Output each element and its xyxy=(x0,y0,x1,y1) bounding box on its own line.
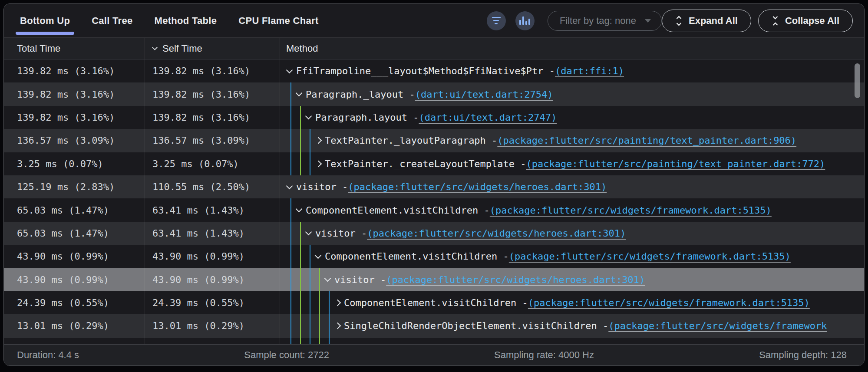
tab-method-table[interactable]: Method Table xyxy=(144,4,228,37)
table-row[interactable]: 125.19 ms (2.83%) 110.55 ms (2.50%) visi… xyxy=(4,175,864,198)
tab-call-tree[interactable]: Call Tree xyxy=(81,4,143,37)
table-row[interactable] xyxy=(4,338,864,344)
indent-guide xyxy=(290,222,297,245)
chevron-down-icon[interactable] xyxy=(325,278,334,281)
cpu-profiler-panel: Bottom Up Call Tree Method Table CPU Fla… xyxy=(3,3,865,366)
indent-guide xyxy=(290,198,297,221)
chevron-right-icon[interactable] xyxy=(316,161,325,166)
chart-button[interactable] xyxy=(515,11,535,30)
indent-guide xyxy=(310,268,316,291)
indent-guide xyxy=(310,291,316,314)
toolbar: Filter by tag: none Expand All Collapse … xyxy=(487,4,864,37)
chevron-down-icon[interactable] xyxy=(297,93,306,95)
filter-by-tag-label: Filter by tag: none xyxy=(560,15,636,26)
method-name: ComponentElement.visitChildren - xyxy=(306,205,490,216)
tab-bar: Bottom Up Call Tree Method Table CPU Fla… xyxy=(4,4,864,38)
method-cell: Paragraph._layout - (dart:ui/text.dart:2… xyxy=(280,82,864,105)
indent-guide xyxy=(310,314,316,337)
indent-guide xyxy=(300,268,306,291)
indent-guide xyxy=(290,291,297,314)
chevron-down-icon[interactable] xyxy=(306,232,315,234)
method-cell: ComponentElement.visitChildren - (packag… xyxy=(280,198,864,221)
source-link[interactable]: (package:flutter/src/painting/text_paint… xyxy=(497,135,796,146)
chevron-down-icon[interactable] xyxy=(316,255,325,258)
method-name: TextPainter._layoutParagraph - xyxy=(325,135,497,146)
indent-guide xyxy=(300,291,306,314)
table-row[interactable]: 139.82 ms (3.16%) 139.82 ms (3.16%) Para… xyxy=(4,106,864,129)
source-link[interactable]: (package:flutter/src/widgets/heroes.dart… xyxy=(386,274,645,285)
chevron-down-icon[interactable] xyxy=(287,186,296,188)
source-link[interactable]: (dart:ffi:1) xyxy=(555,66,624,76)
method-cell: SingleChildRenderObjectElement.visitChil… xyxy=(280,314,864,337)
filter-button[interactable] xyxy=(487,11,506,30)
source-link[interactable]: (package:flutter/src/widgets/heroes.dart… xyxy=(348,181,607,192)
indent-guide xyxy=(290,152,297,175)
indent-guide xyxy=(319,268,325,291)
indent-guide xyxy=(290,106,297,129)
table-row[interactable]: 43.90 ms (0.99%) 43.90 ms (0.99%) visito… xyxy=(4,268,864,291)
method-cell: Paragraph.layout - (dart:ui/text.dart:27… xyxy=(280,106,864,129)
source-link[interactable]: (package:flutter/src/widgets/framework.d… xyxy=(509,251,791,262)
filter-by-tag-dropdown[interactable]: Filter by tag: none xyxy=(548,11,662,31)
total-time-cell: 125.19 ms (2.83%) xyxy=(4,175,145,198)
self-time-cell: 43.90 ms (0.99%) xyxy=(145,268,280,291)
indent-guide xyxy=(310,338,316,344)
total-time-cell: 43.90 ms (0.99%) xyxy=(4,245,145,268)
table-body: 139.82 ms (3.16%) 139.82 ms (3.16%) FfiT… xyxy=(4,59,864,344)
indent-guide xyxy=(329,338,335,344)
chevron-right-icon[interactable] xyxy=(335,323,344,328)
table-row[interactable]: 43.90 ms (0.99%) 43.90 ms (0.99%) Compon… xyxy=(4,245,864,268)
chevron-right-icon[interactable] xyxy=(335,300,344,305)
sample-count-label: Sample count: 2722 xyxy=(244,349,329,361)
total-time-cell: 139.82 ms (3.16%) xyxy=(4,82,145,105)
expand-all-button[interactable]: Expand All xyxy=(662,10,751,32)
source-link[interactable]: (package:flutter/src/widgets/framework.d… xyxy=(528,297,810,308)
method-cell: ComponentElement.visitChildren - (packag… xyxy=(280,245,864,268)
column-header-total-time[interactable]: Total Time xyxy=(4,38,145,59)
self-time-cell: 3.25 ms (0.07%) xyxy=(145,152,280,175)
source-link[interactable]: (package:flutter/src/widgets/heroes.dart… xyxy=(367,228,626,239)
indent-guide xyxy=(290,82,297,105)
column-label: Self Time xyxy=(162,43,202,54)
source-link[interactable]: (dart:ui/text.dart:2747) xyxy=(419,112,557,123)
tab-cpu-flame-chart[interactable]: CPU Flame Chart xyxy=(228,4,329,37)
method-cell: FfiTrampoline___layout$Method$FfiNative$… xyxy=(280,59,864,82)
indent-guide xyxy=(300,129,306,152)
method-name: ComponentElement.visitChildren - xyxy=(344,297,528,308)
column-header-self-time[interactable]: Self Time xyxy=(145,38,280,59)
vertical-scrollbar[interactable] xyxy=(855,63,860,98)
table-row[interactable]: 65.03 ms (1.47%) 63.41 ms (1.43%) Compon… xyxy=(4,198,864,221)
table-row[interactable]: 24.39 ms (0.55%) 24.39 ms (0.55%) Compon… xyxy=(4,291,864,314)
column-header-method[interactable]: Method xyxy=(280,38,864,59)
chevron-right-icon[interactable] xyxy=(316,138,325,143)
method-name: SingleChildRenderObjectElement.visitChil… xyxy=(344,320,608,331)
tab-bottom-up[interactable]: Bottom Up xyxy=(9,4,81,37)
total-time-cell: 139.82 ms (3.16%) xyxy=(4,59,145,82)
method-name: Paragraph.layout - xyxy=(315,112,419,123)
table-row[interactable]: 139.82 ms (3.16%) 139.82 ms (3.16%) Para… xyxy=(4,82,864,105)
self-time-cell: 139.82 ms (3.16%) xyxy=(145,59,280,82)
dropdown-arrow-icon xyxy=(645,19,651,23)
indent-guide xyxy=(290,338,297,344)
source-link[interactable]: (dart:ui/text.dart:2754) xyxy=(415,89,553,100)
method-name: TextPainter._createLayoutTemplate - xyxy=(325,158,526,169)
chevron-down-icon[interactable] xyxy=(306,116,315,119)
chevron-down-icon[interactable] xyxy=(297,209,306,211)
table-row[interactable]: 139.82 ms (3.16%) 139.82 ms (3.16%) FfiT… xyxy=(4,59,864,82)
self-time-cell: 136.57 ms (3.09%) xyxy=(145,129,280,152)
table-row[interactable]: 13.01 ms (0.29%) 13.01 ms (0.29%) Single… xyxy=(4,314,864,337)
collapse-all-button[interactable]: Collapse All xyxy=(758,10,853,32)
source-link[interactable]: (package:flutter/src/widgets/framework xyxy=(608,320,827,331)
chevron-down-icon[interactable] xyxy=(287,70,296,72)
table-row[interactable]: 65.03 ms (1.47%) 63.41 ms (1.43%) visito… xyxy=(4,222,864,245)
method-cell xyxy=(280,338,864,344)
method-name: visitor - xyxy=(315,228,367,239)
table-row[interactable]: 3.25 ms (0.07%) 3.25 ms (0.07%) TextPain… xyxy=(4,152,864,175)
self-time-cell: 63.41 ms (1.43%) xyxy=(145,222,280,245)
table-row[interactable]: 136.57 ms (3.09%) 136.57 ms (3.09%) Text… xyxy=(4,129,864,152)
expand-all-label: Expand All xyxy=(689,15,738,26)
indent-guide xyxy=(290,129,297,152)
indent-guide xyxy=(319,291,325,314)
source-link[interactable]: (package:flutter/src/widgets/framework.d… xyxy=(490,205,772,216)
source-link[interactable]: (package:flutter/src/painting/text_paint… xyxy=(526,158,825,169)
